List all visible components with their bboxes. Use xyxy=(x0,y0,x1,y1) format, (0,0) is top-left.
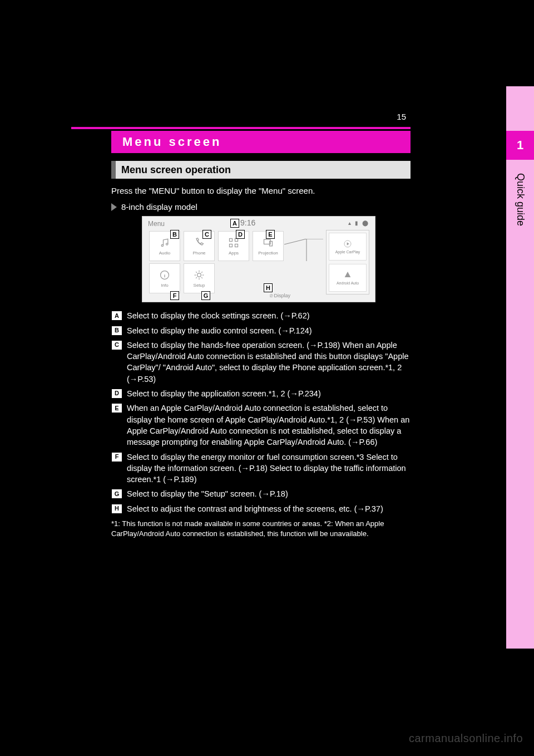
popout-android-label: Android Auto xyxy=(337,281,359,285)
screenshot-display-button: ⎚ Display xyxy=(270,293,290,298)
desc-item-g: G Select to display the "Setup" screen. … xyxy=(111,488,411,499)
desc-marker-a: A xyxy=(111,311,122,321)
callout-descriptions: A Select to display the clock settings s… xyxy=(111,310,411,514)
footnotes: *1: This function is not made available … xyxy=(111,519,411,538)
svg-rect-7 xyxy=(270,241,273,246)
section-title-bar: Menu screen xyxy=(111,131,411,153)
desc-marker-h: H xyxy=(111,504,122,514)
popout-carplay-label: Apple CarPlay xyxy=(335,250,360,254)
tile-phone-label: Phone xyxy=(192,251,205,256)
marker-a: A xyxy=(230,219,239,228)
svg-point-1 xyxy=(166,243,168,245)
desc-text-f: Select to display the energy monitor or … xyxy=(127,451,411,485)
info-icon xyxy=(159,269,170,281)
chapter-title: Quick guide xyxy=(506,170,534,337)
svg-point-0 xyxy=(161,244,163,246)
header-divider xyxy=(71,127,411,129)
tile-apps-label: Apps xyxy=(229,251,239,256)
desc-marker-g: G xyxy=(111,489,122,499)
marker-g: G xyxy=(201,291,210,300)
figure-caption-row: 8-inch display model xyxy=(111,202,411,212)
chapter-number: 1 xyxy=(517,138,523,153)
desc-item-e: E When an Apple CarPlay/Android Auto con… xyxy=(111,402,411,448)
marker-c: C xyxy=(202,230,211,239)
desc-item-f: F Select to display the energy monitor o… xyxy=(111,451,411,485)
section-title: Menu screen xyxy=(122,135,222,149)
subsection-bar: Menu screen operation xyxy=(111,161,411,179)
marker-f: F xyxy=(170,291,179,300)
figure-caption: 8-inch display model xyxy=(121,202,197,212)
page-number: 15 xyxy=(397,112,406,121)
marker-d: D xyxy=(236,230,245,239)
menu-screenshot: Menu 9:16 ▴ ▮ ⬤ A Audio Phone xyxy=(142,216,375,302)
chapter-number-box: 1 xyxy=(506,131,534,160)
marker-h: H xyxy=(264,283,273,292)
marker-e: E xyxy=(266,230,275,239)
desc-item-a: A Select to display the clock settings s… xyxy=(111,310,411,321)
desc-text-h: Select to adjust the contrast and bright… xyxy=(127,503,411,514)
desc-text-d: Select to display the application screen… xyxy=(127,388,411,399)
desc-marker-b: B xyxy=(111,326,122,336)
popout-android: Android Auto xyxy=(329,264,367,292)
play-circle-icon xyxy=(343,239,352,248)
tile-setup: Setup xyxy=(184,263,215,293)
screenshot-figure: Menu 9:16 ▴ ▮ ⬤ A Audio Phone xyxy=(142,216,375,302)
desc-item-c: C Select to display the hands-free opera… xyxy=(111,340,411,385)
tile-info-label: Info xyxy=(161,283,168,288)
svg-rect-5 xyxy=(235,244,238,247)
desc-text-b: Select to display the audio control scre… xyxy=(127,325,411,336)
desc-text-g: Select to display the "Setup" screen. (→… xyxy=(127,488,411,499)
side-tab: 1 Quick guide xyxy=(506,86,534,649)
triangle-bullet-icon xyxy=(111,203,117,211)
desc-item-b: B Select to display the audio control sc… xyxy=(111,325,411,336)
intro-text: Press the "MENU" button to display the "… xyxy=(111,185,411,197)
projection-popout: Apple CarPlay Android Auto xyxy=(326,230,369,294)
desc-marker-f: F xyxy=(111,452,122,462)
android-auto-icon xyxy=(343,271,352,279)
music-note-icon xyxy=(159,237,170,248)
screenshot-menu-label: Menu xyxy=(148,220,165,228)
screenshot-status-icons: ▴ ▮ ⬤ xyxy=(348,220,369,226)
desc-text-e: When an Apple CarPlay/Android Auto conne… xyxy=(127,402,411,448)
desc-text-a: Select to display the clock settings scr… xyxy=(127,310,411,321)
svg-rect-2 xyxy=(230,238,233,241)
marker-b: B xyxy=(170,230,179,239)
display-button-label: Display xyxy=(274,293,290,298)
svg-point-11 xyxy=(197,273,201,277)
popout-carplay: Apple CarPlay xyxy=(329,233,367,261)
subsection-title: Menu screen operation xyxy=(121,164,231,176)
desc-marker-c: C xyxy=(111,340,122,350)
tile-audio-label: Audio xyxy=(159,251,170,256)
desc-text-c: Select to display the hands-free operati… xyxy=(127,340,411,385)
callout-line xyxy=(284,239,323,261)
svg-rect-4 xyxy=(230,244,233,247)
desc-item-d: D Select to display the application scre… xyxy=(111,388,411,399)
watermark: carmanualsonline.info xyxy=(409,732,523,745)
desc-item-h: H Select to adjust the contrast and brig… xyxy=(111,503,411,514)
screenshot-clock: 9:16 xyxy=(240,218,255,227)
tile-info: Info xyxy=(149,263,180,293)
tile-setup-label: Setup xyxy=(194,283,205,288)
tile-projection-label: Projection xyxy=(258,251,278,256)
desc-marker-d: D xyxy=(111,389,122,399)
gear-icon xyxy=(194,269,205,281)
desc-marker-e: E xyxy=(111,403,122,413)
main-content: Menu screen Menu screen operation Press … xyxy=(111,131,411,538)
